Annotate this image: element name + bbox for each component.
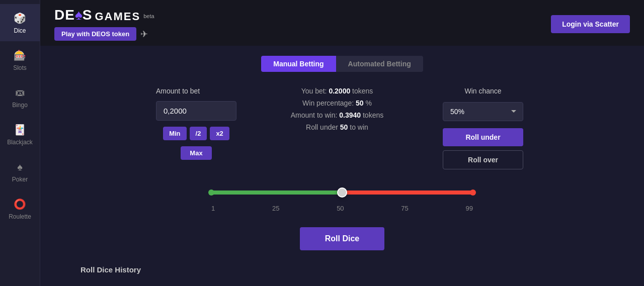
win-chance-select[interactable]: 50% 10% 25% 75% 90%	[443, 102, 523, 121]
login-button[interactable]: Login via Scatter	[551, 15, 630, 33]
you-bet-label: You bet:	[301, 87, 327, 95]
amount-to-win-value: 0.3940	[339, 111, 361, 119]
roll-under-info-suffix: to win	[350, 123, 368, 131]
logo-beta: beta	[143, 13, 154, 19]
win-pct-unit: %	[365, 99, 371, 107]
amount-label: Amount to bet	[156, 87, 200, 95]
sidebar-item-blackjack[interactable]: 🃏 Blackjack	[0, 116, 40, 153]
blackjack-icon: 🃏	[13, 123, 27, 137]
content-area: Manual Betting Automated Betting Amount …	[40, 46, 644, 286]
roll-over-button[interactable]: Roll over	[443, 150, 523, 169]
sidebar-item-label: Poker	[12, 176, 28, 183]
tab-manual[interactable]: Manual Betting	[261, 56, 336, 72]
win-pct-value: 50	[356, 99, 364, 107]
roulette-icon: ⭕	[13, 197, 27, 211]
roll-dice-button[interactable]: Roll Dice	[300, 227, 384, 250]
right-panel: Win chance 50% 10% 25% 75% 90% Roll unde…	[438, 87, 528, 169]
sidebar-item-label: Roulette	[9, 213, 31, 220]
slider-label-50: 50	[337, 205, 344, 212]
slider-label-75: 75	[401, 205, 408, 212]
roll-buttons: Roll under Roll over	[443, 128, 523, 169]
sidebar-item-dice[interactable]: 🎲 Dice	[0, 4, 40, 41]
amount-to-win-row: Amount to win: 0.3940 tokens	[291, 111, 383, 119]
slider-label-1: 1	[211, 205, 215, 212]
sidebar-item-roulette[interactable]: ⭕ Roulette	[0, 190, 40, 227]
min-button[interactable]: Min	[163, 127, 186, 140]
roll-under-info-row: Roll under 50 to win	[306, 123, 368, 131]
logo: DE ♠ S GAMES beta	[54, 7, 154, 23]
main-area: DE ♠ S GAMES beta Play with DEOS token ✈…	[40, 0, 644, 286]
roll-under-button[interactable]: Roll under	[443, 128, 523, 146]
max-button[interactable]: Max	[181, 146, 211, 160]
sidebar-item-label: Bingo	[12, 102, 28, 109]
amount-input[interactable]	[156, 101, 236, 121]
slider-label-99: 99	[466, 205, 473, 212]
logo-os: S	[83, 7, 92, 23]
roll-dice-history-title: Roll Dice History	[80, 265, 141, 274]
half-button[interactable]: /2	[190, 127, 207, 140]
sidebar-item-bingo[interactable]: 🎟 Bingo	[0, 78, 40, 116]
sidebar-item-label: Slots	[13, 64, 27, 71]
logo-de: DE	[54, 7, 75, 23]
header: DE ♠ S GAMES beta Play with DEOS token ✈…	[40, 0, 644, 46]
amount-buttons-row: Min /2 x2	[163, 127, 229, 140]
header-left: DE ♠ S GAMES beta Play with DEOS token ✈	[54, 7, 154, 41]
you-bet-unit: tokens	[352, 87, 373, 95]
you-bet-value: 0.2000	[329, 87, 350, 95]
play-deos-button[interactable]: Play with DEOS token	[54, 27, 136, 41]
tab-auto[interactable]: Automated Betting	[336, 56, 423, 72]
roll-under-info-label: Roll under	[306, 123, 338, 131]
sidebar-item-label: Dice	[14, 27, 26, 34]
bingo-icon: 🎟	[13, 85, 27, 100]
roll-under-info-value: 50	[340, 123, 348, 131]
sidebar: 🎲 Dice 🎰 Slots 🎟 Bingo 🃏 Blackjack ♠ Pok…	[0, 0, 40, 286]
play-deos-area: Play with DEOS token ✈	[54, 27, 154, 41]
dice-icon: 🎲	[13, 11, 27, 25]
logo-diamond-icon: ♠	[75, 7, 83, 23]
slots-icon: 🎰	[13, 48, 27, 62]
left-panel: Amount to bet Min /2 x2 Max	[156, 87, 236, 160]
you-bet-row: You bet: 0.2000 tokens	[301, 87, 373, 95]
amount-to-win-unit: tokens	[363, 111, 383, 119]
slider-wrapper	[211, 186, 473, 199]
double-button[interactable]: x2	[210, 127, 229, 140]
win-pct-row: Win percentage: 50 %	[302, 99, 372, 107]
sidebar-item-slots[interactable]: 🎰 Slots	[0, 41, 40, 78]
sidebar-item-poker[interactable]: ♠ Poker	[0, 153, 40, 190]
sidebar-item-label: Blackjack	[7, 139, 33, 146]
amount-to-win-label: Amount to win:	[291, 111, 338, 119]
slider-label-25: 25	[272, 205, 279, 212]
win-chance-label: Win chance	[464, 87, 501, 95]
slider-labels: 1 25 50 75 99	[211, 205, 473, 212]
logo-games: GAMES	[95, 10, 140, 23]
slider-area: 1 25 50 75 99	[211, 186, 473, 212]
betting-tabs: Manual Betting Automated Betting	[261, 56, 423, 72]
center-panel: You bet: 0.2000 tokens Win percentage: 5…	[267, 87, 408, 131]
betting-area: Amount to bet Min /2 x2 Max You bet: 0.2…	[60, 87, 624, 169]
telegram-icon[interactable]: ✈	[140, 29, 148, 40]
poker-icon: ♠	[13, 160, 27, 174]
win-pct-label: Win percentage:	[302, 99, 354, 107]
